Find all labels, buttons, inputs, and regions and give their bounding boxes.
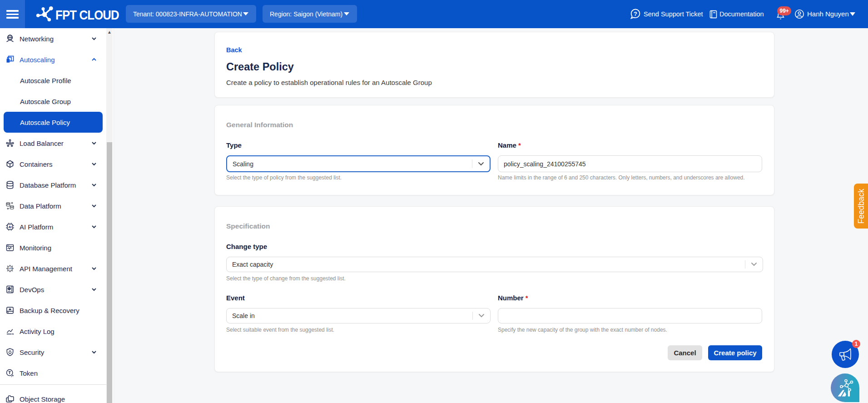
svg-text:API: API xyxy=(8,267,12,270)
svg-text:?: ? xyxy=(634,10,637,17)
svg-text:AI: AI xyxy=(8,225,11,229)
